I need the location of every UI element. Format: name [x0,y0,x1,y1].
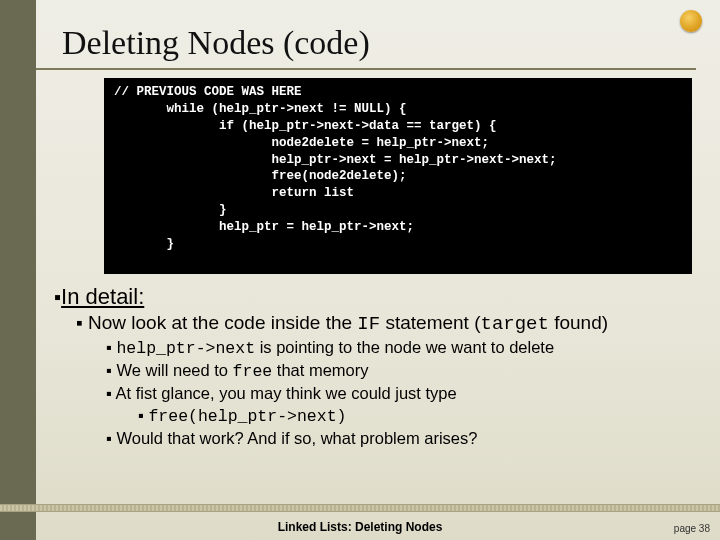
inline-code: free [233,362,273,381]
detail-line-2d: ▪ Would that work? And if so, what probl… [106,429,702,448]
slide: Deleting Nodes (code) // PREVIOUS CODE W… [0,0,720,540]
text: is pointing to the node we want to delet… [255,338,554,356]
title-divider [36,68,696,70]
code-line: free(node2delete); [114,168,682,185]
footer-divider [0,504,720,512]
detail-line-2a: ▪ help_ptr->next is pointing to the node… [106,338,702,358]
text: that memory [272,361,368,379]
detail-line-3: ▪ free(help_ptr->next) [138,406,702,426]
inline-code: IF [357,313,380,335]
text: statement ( [380,312,480,333]
logo-icon [680,10,702,32]
slide-title: Deleting Nodes (code) [62,24,370,62]
inline-code: free(help_ptr->next) [148,407,346,426]
detail-heading: In detail: [61,284,144,310]
left-accent-bar [0,0,36,540]
detail-line-2b: ▪ We will need to free that memory [106,361,702,381]
code-line: help_ptr->next = help_ptr->next->next; [114,152,682,169]
text: ▪ We will need to [106,361,233,379]
bullet-icon: ▪ [106,338,116,356]
text: found) [549,312,608,333]
code-line: while (help_ptr->next != NULL) { [114,101,682,118]
footer-title: Linked Lists: Deleting Nodes [0,520,720,534]
code-line: } [114,202,682,219]
text: ▪ Now look at the code inside the [76,312,357,333]
detail-heading-row: ▪In detail: [54,284,702,310]
detail-section: ▪In detail: ▪ Now look at the code insid… [54,284,702,448]
code-line: help_ptr = help_ptr->next; [114,219,682,236]
code-block: // PREVIOUS CODE WAS HERE while (help_pt… [104,78,692,274]
detail-line-2c: ▪ At fist glance, you may think we could… [106,384,702,403]
detail-line-1: ▪ Now look at the code inside the IF sta… [76,312,702,335]
code-line: // PREVIOUS CODE WAS HERE [114,84,682,101]
code-line: if (help_ptr->next->data == target) { [114,118,682,135]
code-line: node2delete = help_ptr->next; [114,135,682,152]
bullet-icon: ▪ [54,286,61,308]
code-line: } [114,236,682,253]
bullet-icon: ▪ [138,406,148,424]
footer-page-number: page 38 [674,523,710,534]
code-line: return list [114,185,682,202]
inline-code: help_ptr->next [116,339,255,358]
inline-code: target [481,313,549,335]
